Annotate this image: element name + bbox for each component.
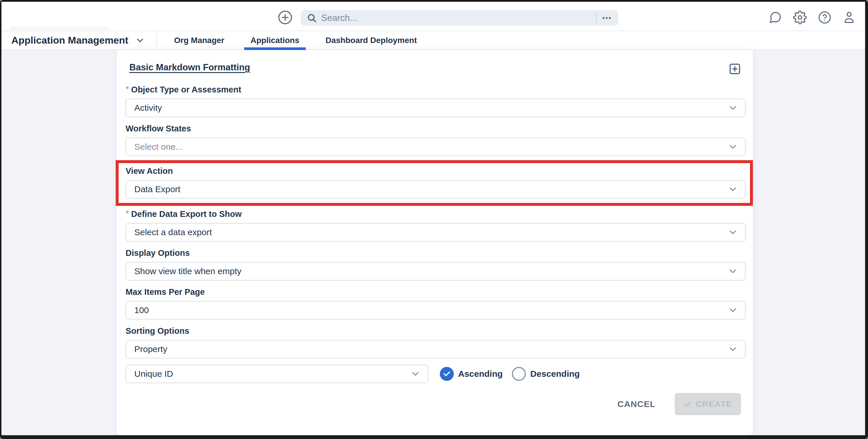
chevron-down-icon <box>728 103 738 113</box>
field-label: * Define Data Export to Show <box>126 209 746 219</box>
help-circle-icon[interactable] <box>818 11 831 24</box>
max-items-select[interactable]: 100 <box>126 301 746 319</box>
ascending-radio[interactable]: Ascending <box>440 367 503 381</box>
cancel-button[interactable]: CANCEL <box>617 399 655 409</box>
label-text: Sorting Options <box>126 326 189 336</box>
radio-selected-icon <box>440 367 454 381</box>
search-divider <box>596 12 597 24</box>
search-icon <box>307 13 317 23</box>
tab-label: Dashboard Deployment <box>326 36 417 45</box>
view-editor-panel: Basic Markdown Formatting * Object Type … <box>117 50 753 435</box>
radio-label: Descending <box>530 369 580 379</box>
field-sorting-options: Sorting Options Property <box>126 325 746 358</box>
field-workflow-states: Workflow States Select one... <box>126 123 746 156</box>
select-value: Activity <box>134 103 162 113</box>
tab-label: Org Manager <box>174 36 224 45</box>
create-label: CREATE <box>695 400 732 409</box>
chevron-down-icon <box>411 369 420 379</box>
user-icon[interactable] <box>842 11 856 24</box>
label-text: View Action <box>126 166 173 176</box>
sorting-options-select[interactable]: Property <box>126 340 746 358</box>
field-max-items: Max Items Per Page 100 <box>126 287 746 319</box>
field-label: Display Options <box>126 248 746 258</box>
gear-icon[interactable] <box>793 10 807 24</box>
page-background: Basic Markdown Formatting * Object Type … <box>1 50 865 435</box>
descending-radio[interactable]: Descending <box>512 367 580 381</box>
chat-bubble-icon[interactable] <box>769 11 782 24</box>
header-icon-group <box>769 10 856 24</box>
add-button[interactable] <box>278 10 293 25</box>
label-text: Define Data Export to Show <box>131 209 242 219</box>
check-icon <box>683 400 692 408</box>
workflow-states-select[interactable]: Select one... <box>126 137 746 156</box>
object-type-select[interactable]: Activity <box>126 99 746 117</box>
chevron-down-icon <box>136 36 145 45</box>
form-footer: CANCEL CREATE <box>126 393 746 415</box>
select-value: Data Export <box>134 184 180 194</box>
view-action-select[interactable]: Data Export <box>126 180 746 198</box>
window-border-left <box>0 0 1 439</box>
label-text: Max Items Per Page <box>126 287 205 297</box>
select-value: Show view title when empty <box>134 266 242 276</box>
select-value: Unique ID <box>134 369 173 379</box>
window-border-right <box>865 0 868 439</box>
app-management-label: Application Management <box>11 35 128 46</box>
view-action-highlight-box: View Action Data Export <box>116 160 753 206</box>
tab-applications[interactable]: Applications <box>238 31 312 50</box>
top-header-bar: Search... <box>1 2 865 31</box>
display-options-select[interactable]: Show view title when empty <box>126 262 746 281</box>
sort-property-row: Unique ID Ascending <box>126 365 746 383</box>
field-label: Workflow States <box>126 123 746 134</box>
tab-label: Applications <box>251 36 300 45</box>
field-display-options: Display Options Show view title when emp… <box>126 248 746 281</box>
create-button[interactable]: CREATE <box>675 393 741 415</box>
chevron-down-icon <box>728 306 738 315</box>
chevron-down-icon <box>728 228 738 237</box>
check-icon <box>443 370 451 378</box>
chevron-down-icon <box>728 185 738 194</box>
tab-dashboard-deployment[interactable]: Dashboard Deployment <box>312 31 430 50</box>
chevron-down-icon <box>728 142 738 152</box>
field-label: Max Items Per Page <box>126 287 746 297</box>
field-label: * Object Type or Assessment <box>126 84 746 95</box>
chevron-down-icon <box>728 266 738 276</box>
tab-org-manager[interactable]: Org Manager <box>161 31 238 50</box>
radio-unselected-icon <box>512 367 526 381</box>
sort-property-select[interactable]: Unique ID <box>126 365 428 383</box>
window-border-bottom <box>0 435 868 439</box>
search-input[interactable]: Search... <box>301 10 618 26</box>
select-value: 100 <box>134 305 149 315</box>
window-border-top <box>0 0 868 2</box>
tab-bar: Org Manager Applications Dashboard Deplo… <box>157 31 430 50</box>
radio-label: Ascending <box>458 369 503 379</box>
menu-highlight-remnant <box>10 27 109 30</box>
ellipsis-icon[interactable] <box>601 12 613 24</box>
select-value: Select a data export <box>134 227 212 237</box>
field-label: Sorting Options <box>126 325 746 336</box>
required-asterisk: * <box>126 84 129 95</box>
label-text: Workflow States <box>126 124 191 133</box>
app-management-menu[interactable]: Application Management <box>1 31 157 50</box>
plus-square-icon[interactable] <box>728 62 742 75</box>
view-title-link[interactable]: Basic Markdown Formatting <box>129 62 250 73</box>
data-export-select[interactable]: Select a data export <box>126 223 746 242</box>
plus-circle-icon <box>278 10 293 25</box>
select-placeholder: Select one... <box>134 142 183 152</box>
search-placeholder: Search... <box>321 13 594 23</box>
required-asterisk: * <box>126 209 129 219</box>
select-value: Property <box>134 344 167 354</box>
field-define-data-export: * Define Data Export to Show Select a da… <box>126 209 746 242</box>
field-object-type: * Object Type or Assessment Activity <box>126 84 746 117</box>
field-label: View Action <box>126 166 746 176</box>
label-text: Object Type or Assessment <box>131 85 241 94</box>
panel-header: Basic Markdown Formatting <box>129 62 742 75</box>
app-window: Search... <box>0 0 868 439</box>
chevron-down-icon <box>728 345 738 354</box>
label-text: Display Options <box>126 248 190 258</box>
navigation-bar: Application Management Org Manager Appli… <box>1 31 865 50</box>
sort-direction-group: Ascending Descending <box>440 367 580 381</box>
